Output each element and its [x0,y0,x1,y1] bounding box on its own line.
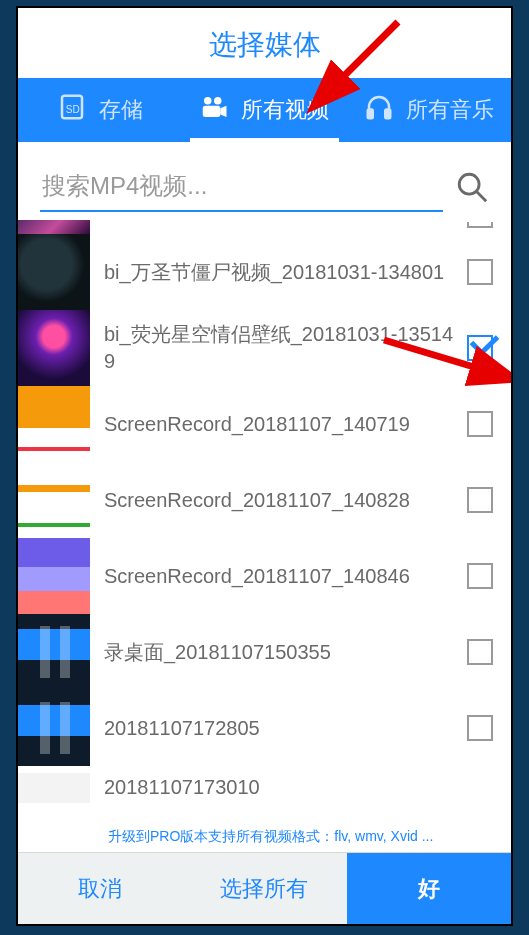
svg-rect-4 [203,106,221,117]
search-row [18,142,511,220]
checkbox[interactable] [467,222,493,228]
svg-line-8 [476,191,486,201]
svg-point-3 [214,97,222,105]
list-item[interactable]: ScreenRecord_20181107_140846 [18,538,511,614]
search-input[interactable] [40,162,443,212]
tab-music-label: 所有音乐 [406,95,494,125]
video-thumbnail [18,234,90,310]
list-item[interactable] [18,220,511,234]
video-thumbnail [18,614,90,690]
svg-rect-5 [368,110,373,119]
video-thumbnail [18,773,90,803]
tab-storage[interactable]: SD 存储 [18,78,182,142]
search-icon[interactable] [455,170,489,204]
svg-point-7 [459,174,479,194]
tab-videos-label: 所有视频 [241,95,329,125]
video-name: bi_荧光星空情侣壁纸_20181031-135149 [90,313,467,383]
video-list[interactable]: bi_万圣节僵尸视频_20181031-134801 bi_荧光星空情侣壁纸_2… [18,220,511,822]
video-thumbnail [18,220,90,234]
video-thumbnail [18,690,90,766]
list-item[interactable]: ScreenRecord_20181107_140719 [18,386,511,462]
cancel-button[interactable]: 取消 [18,853,182,924]
media-picker-dialog: 选择媒体 SD 存储 所有视频 [16,6,513,926]
list-item[interactable]: 20181107172805 [18,690,511,766]
ok-button[interactable]: 好 [347,853,511,924]
video-name: 20181107172805 [90,707,467,750]
video-thumbnail [18,462,90,538]
video-thumbnail [18,310,90,386]
checkbox[interactable] [467,335,493,361]
video-name: 20181107173010 [90,766,493,809]
list-item[interactable]: bi_荧光星空情侣壁纸_20181031-135149 [18,310,511,386]
sd-card-icon: SD [57,92,87,128]
list-item[interactable]: ScreenRecord_20181107_140828 [18,462,511,538]
video-name: 录桌面_20181107150355 [90,631,467,674]
tab-storage-label: 存储 [99,95,143,125]
video-thumbnail [18,386,90,462]
dialog-title: 选择媒体 [18,8,511,78]
svg-text:SD: SD [66,104,80,115]
checkbox[interactable] [467,487,493,513]
svg-rect-6 [385,110,390,119]
video-name: bi_万圣节僵尸视频_20181031-134801 [90,251,467,294]
headphones-icon [364,92,394,128]
tab-music[interactable]: 所有音乐 [347,78,511,142]
checkbox[interactable] [467,563,493,589]
footer: 取消 选择所有 好 [18,852,511,924]
pro-upgrade-note[interactable]: 升级到PRO版本支持所有视频格式：flv, wmv, Xvid ... [18,822,511,852]
checkbox[interactable] [467,411,493,437]
svg-point-2 [204,97,212,105]
list-item[interactable]: 录桌面_20181107150355 [18,614,511,690]
tab-videos[interactable]: 所有视频 [182,78,346,142]
checkbox[interactable] [467,259,493,285]
checkbox[interactable] [467,639,493,665]
list-item[interactable]: bi_万圣节僵尸视频_20181031-134801 [18,234,511,310]
video-name: ScreenRecord_20181107_140828 [90,479,467,522]
list-item[interactable]: 20181107173010 [18,766,511,809]
select-all-button[interactable]: 选择所有 [182,853,346,924]
video-camera-icon [199,92,229,128]
video-name: ScreenRecord_20181107_140846 [90,555,467,598]
tabs: SD 存储 所有视频 所有音乐 [18,78,511,142]
checkbox[interactable] [467,715,493,741]
video-thumbnail [18,538,90,614]
video-name: ScreenRecord_20181107_140719 [90,403,467,446]
